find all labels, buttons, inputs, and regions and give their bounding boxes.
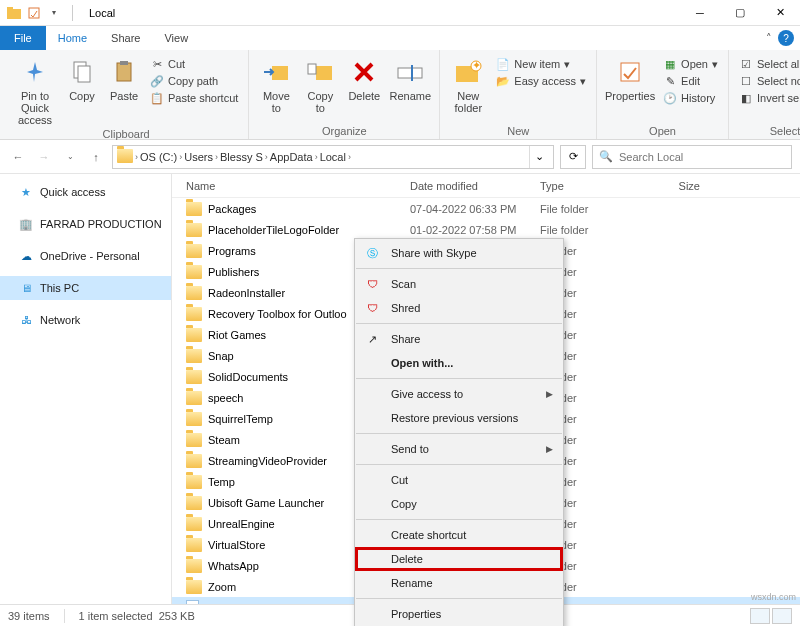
- search-placeholder: Search Local: [619, 151, 683, 163]
- tab-view[interactable]: View: [152, 26, 200, 50]
- ctx-copy[interactable]: Copy: [355, 492, 563, 516]
- paste-button[interactable]: Paste: [104, 54, 144, 126]
- col-size[interactable]: Size: [640, 180, 700, 192]
- ctx-share[interactable]: ↗Share: [355, 327, 563, 351]
- col-date[interactable]: Date modified: [410, 180, 540, 192]
- address-dropdown[interactable]: ⌄: [529, 146, 549, 168]
- file-name: VirtualStore: [208, 539, 265, 551]
- minimize-button[interactable]: ─: [680, 0, 720, 26]
- sidebar-onedrive[interactable]: ☁OneDrive - Personal: [0, 244, 171, 268]
- tab-share[interactable]: Share: [99, 26, 152, 50]
- breadcrumb-seg[interactable]: Local›: [320, 151, 351, 163]
- rename-button[interactable]: Rename: [387, 54, 433, 123]
- back-button[interactable]: ←: [8, 147, 28, 167]
- move-to-button[interactable]: Move to: [255, 54, 297, 123]
- group-label-open: Open: [603, 123, 722, 137]
- file-name: Packages: [208, 203, 256, 215]
- svg-rect-10: [398, 68, 422, 78]
- select-none-button[interactable]: ☐Select none: [735, 73, 800, 89]
- breadcrumb-seg[interactable]: OS (C:)›: [140, 151, 182, 163]
- folder-icon: [186, 202, 202, 216]
- edit-button[interactable]: ✎Edit: [659, 73, 722, 89]
- delete-button[interactable]: Delete: [343, 54, 385, 123]
- maximize-button[interactable]: ▢: [720, 0, 760, 26]
- copy-to-button[interactable]: Copy to: [299, 54, 341, 123]
- recent-dropdown[interactable]: ⌄: [60, 147, 80, 167]
- sidebar-farrad[interactable]: 🏢FARRAD PRODUCTION: [0, 212, 171, 236]
- sidebar-quick-access[interactable]: ★Quick access: [0, 180, 171, 204]
- properties-button[interactable]: Properties: [603, 54, 657, 123]
- col-name[interactable]: Name: [172, 180, 410, 192]
- copy-icon: [66, 56, 98, 88]
- new-folder-button[interactable]: ✦ New folder: [446, 54, 490, 123]
- ctx-restore[interactable]: Restore previous versions: [355, 406, 563, 430]
- submenu-arrow-icon: ▶: [546, 389, 553, 399]
- group-label-select: Select: [735, 123, 800, 137]
- watermark: wsxdn.com: [751, 592, 796, 602]
- ctx-properties[interactable]: Properties: [355, 602, 563, 626]
- ctx-rename[interactable]: Rename: [355, 571, 563, 595]
- file-name: PlaceholderTileLogoFolder: [208, 224, 339, 236]
- breadcrumb-seg[interactable]: AppData›: [270, 151, 318, 163]
- history-button[interactable]: 🕑History: [659, 90, 722, 106]
- file-name: StreamingVideoProvider: [208, 455, 327, 467]
- open-button[interactable]: ▦Open ▾: [659, 56, 722, 72]
- ctx-scan[interactable]: 🛡Scan: [355, 272, 563, 296]
- qat-dropdown-icon[interactable]: ▾: [46, 5, 62, 21]
- copy-button[interactable]: Copy: [62, 54, 102, 126]
- search-box[interactable]: 🔍 Search Local: [592, 145, 792, 169]
- move-to-icon: [260, 56, 292, 88]
- share-icon: ↗: [363, 333, 381, 346]
- network-icon: 🖧: [18, 312, 34, 328]
- ctx-shred[interactable]: 🛡Shred: [355, 296, 563, 320]
- ribbon-collapse-icon[interactable]: ˄: [766, 32, 772, 45]
- file-name: Recovery Toolbox for Outloo: [208, 308, 347, 320]
- sidebar-network[interactable]: 🖧Network: [0, 308, 171, 332]
- ctx-delete[interactable]: Delete: [355, 547, 563, 571]
- group-clipboard: Pin to Quick access Copy Paste ✂Cut 🔗Cop…: [4, 50, 249, 139]
- cut-button[interactable]: ✂Cut: [146, 56, 242, 72]
- properties-qat-icon[interactable]: [26, 5, 42, 21]
- breadcrumb-seg[interactable]: Users›: [184, 151, 218, 163]
- delete-icon: [348, 56, 380, 88]
- forward-button[interactable]: →: [34, 147, 54, 167]
- view-large-button[interactable]: [772, 608, 792, 624]
- col-type[interactable]: Type: [540, 180, 640, 192]
- new-item-icon: 📄: [496, 57, 510, 71]
- column-headers[interactable]: Name Date modified Type Size: [172, 174, 800, 198]
- ctx-cut[interactable]: Cut: [355, 468, 563, 492]
- breadcrumb-seg[interactable]: Blessy S›: [220, 151, 268, 163]
- close-button[interactable]: ✕: [760, 0, 800, 26]
- ctx-send-to[interactable]: Send to▶: [355, 437, 563, 461]
- tab-file[interactable]: File: [0, 26, 46, 50]
- up-button[interactable]: ↑: [86, 147, 106, 167]
- copy-path-button[interactable]: 🔗Copy path: [146, 73, 242, 89]
- file-name: Zoom: [208, 581, 236, 593]
- invert-selection-button[interactable]: ◧Invert selection: [735, 90, 800, 106]
- sidebar-this-pc[interactable]: 🖥This PC: [0, 276, 171, 300]
- pin-quick-access-button[interactable]: Pin to Quick access: [10, 54, 60, 126]
- titlebar: ▾ Local ─ ▢ ✕: [0, 0, 800, 26]
- svg-rect-6: [120, 61, 128, 65]
- view-details-button[interactable]: [750, 608, 770, 624]
- ctx-give-access[interactable]: Give access to▶: [355, 382, 563, 406]
- table-row[interactable]: Packages07-04-2022 06:33 PMFile folder: [172, 198, 800, 219]
- table-row[interactable]: PlaceholderTileLogoFolder01-02-2022 07:5…: [172, 219, 800, 240]
- svg-rect-2: [29, 8, 39, 18]
- ctx-create-shortcut[interactable]: Create shortcut: [355, 523, 563, 547]
- ctx-share-skype[interactable]: ⓈShare with Skype: [355, 241, 563, 265]
- file-name: RadeonInstaller: [208, 287, 285, 299]
- tab-home[interactable]: Home: [46, 26, 99, 50]
- paste-shortcut-button[interactable]: 📋Paste shortcut: [146, 90, 242, 106]
- easy-access-button[interactable]: 📂Easy access ▾: [492, 73, 590, 89]
- invert-selection-icon: ◧: [739, 91, 753, 105]
- new-item-button[interactable]: 📄New item ▾: [492, 56, 590, 72]
- group-new: ✦ New folder 📄New item ▾ 📂Easy access ▾ …: [440, 50, 597, 139]
- address-bar[interactable]: › OS (C:)› Users› Blessy S› AppData› Loc…: [112, 145, 554, 169]
- refresh-button[interactable]: ⟳: [560, 145, 586, 169]
- file-date: 01-02-2022 07:58 PM: [410, 224, 540, 236]
- select-none-icon: ☐: [739, 74, 753, 88]
- ctx-open-with[interactable]: Open with...: [355, 351, 563, 375]
- help-icon[interactable]: ?: [778, 30, 794, 46]
- select-all-button[interactable]: ☑Select all: [735, 56, 800, 72]
